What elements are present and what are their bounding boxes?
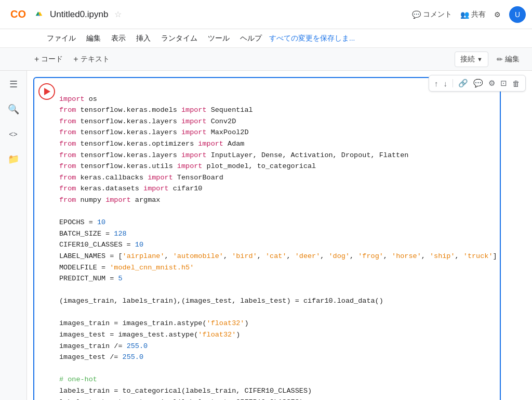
- menu-insert[interactable]: 挿入: [131, 29, 156, 48]
- comment-icon: 💬: [412, 10, 421, 19]
- pencil-icon: ✏: [497, 55, 503, 63]
- cell-area: ↑ ↓ 🔗 💬 ⚙ ⊡ 🗑 import os from tensorflow.…: [27, 71, 532, 400]
- comment-cell-icon[interactable]: 💬: [472, 78, 484, 89]
- share-button[interactable]: 👥 共有: [460, 10, 486, 19]
- split-cell-icon[interactable]: ⊡: [499, 78, 508, 89]
- toolbar-divider: [453, 79, 453, 87]
- add-text-button[interactable]: + テキスト: [68, 51, 114, 67]
- move-up-icon[interactable]: ↑: [433, 78, 440, 89]
- connect-button[interactable]: 接続 ▼: [455, 51, 488, 67]
- gear-icon: ⚙: [494, 10, 501, 19]
- settings-button[interactable]: ⚙: [494, 10, 501, 19]
- left-sidebar: ☰ 🔍 <> 📁: [0, 71, 27, 400]
- cell-settings-icon[interactable]: ⚙: [487, 78, 496, 89]
- toolbar-row: + コード + テキスト 接続 ▼ ✏ 編集: [0, 48, 532, 71]
- drive-icon: [34, 9, 46, 20]
- menu-runtime[interactable]: ランタイム: [156, 29, 203, 48]
- menu-edit[interactable]: 編集: [81, 29, 106, 48]
- sidebar-files-icon[interactable]: 📁: [6, 152, 21, 166]
- chevron-down-icon: ▼: [477, 56, 483, 62]
- cell-toolbar: ↑ ↓ 🔗 💬 ⚙ ⊡ 🗑: [429, 75, 526, 92]
- edit-button[interactable]: ✏ 編集: [493, 52, 524, 67]
- run-button[interactable]: [34, 82, 59, 400]
- sidebar-code-icon[interactable]: <>: [6, 127, 21, 141]
- star-icon[interactable]: ☆: [114, 9, 122, 19]
- plus-icon-text: +: [73, 55, 78, 64]
- main-layout: ☰ 🔍 <> 📁 ↑ ↓ 🔗 💬 ⚙ ⊡ 🗑 import os from te…: [0, 71, 532, 400]
- menu-view[interactable]: 表示: [106, 29, 131, 48]
- run-circle[interactable]: [38, 83, 55, 100]
- co-logo: CO: [6, 3, 30, 27]
- plus-icon: +: [34, 55, 39, 64]
- run-triangle-icon: [44, 88, 50, 95]
- file-title: Untitled0.ipynb: [50, 9, 108, 20]
- menu-help[interactable]: ヘルプ: [235, 29, 267, 48]
- menu-bar: ファイル 編集 表示 挿入 ランタイム ツール ヘルプ すべての変更を保存しま.…: [0, 29, 532, 48]
- code-cell: import os from tensorflow.keras.models i…: [33, 77, 501, 400]
- code-content[interactable]: import os from tensorflow.keras.models i…: [59, 82, 500, 400]
- link-icon[interactable]: 🔗: [457, 78, 469, 89]
- save-link[interactable]: すべての変更を保存しま...: [269, 34, 355, 43]
- toolbar-right: 接続 ▼ ✏ 編集: [455, 51, 524, 67]
- delete-cell-icon[interactable]: 🗑: [511, 78, 521, 89]
- add-code-button[interactable]: + コード: [29, 51, 68, 67]
- sidebar-menu-icon[interactable]: ☰: [6, 77, 21, 92]
- menu-tools[interactable]: ツール: [203, 29, 235, 48]
- menu-file[interactable]: ファイル: [42, 29, 81, 48]
- avatar[interactable]: U: [509, 6, 526, 23]
- move-down-icon[interactable]: ↓: [443, 78, 449, 89]
- comment-button[interactable]: 💬 コメント: [412, 10, 452, 19]
- share-icon: 👥: [460, 10, 469, 19]
- top-bar-actions: 💬 コメント 👥 共有 ⚙ U: [412, 6, 526, 23]
- sidebar-search-icon[interactable]: 🔍: [6, 102, 21, 117]
- top-bar: CO Untitled0.ipynb ☆ 💬 コメント 👥 共有 ⚙ U: [0, 0, 532, 29]
